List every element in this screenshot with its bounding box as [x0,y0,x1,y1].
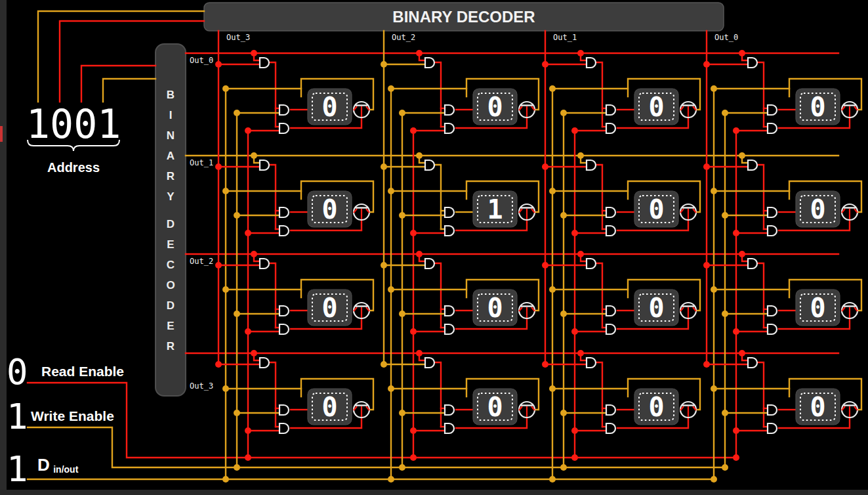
memory-cell-r0c3[interactable]: 0 [796,89,840,125]
memory-cell-r1c0[interactable]: 0 [308,191,352,227]
pass-transistor[interactable] [354,402,369,418]
and-gate-write[interactable] [606,405,615,415]
cell-select-leg [270,62,276,127]
and-gate-cell-select[interactable] [587,358,596,368]
and-gate-cell-select[interactable] [260,358,269,368]
memory-cell-r0c1[interactable]: 0 [473,89,517,125]
pass-transistor[interactable] [842,402,858,418]
memory-cell-r3c1[interactable]: 0 [473,389,517,425]
memory-cell-r3c2[interactable]: 0 [634,389,678,425]
and-gate-write[interactable] [445,207,454,217]
and-gate-write[interactable] [768,405,777,415]
left-binary-decoder-letter: R [167,170,175,183]
and-gate-cell-select[interactable] [425,160,434,170]
memory-cell-r3c0[interactable]: 0 [308,389,352,425]
wire-junction [549,476,556,483]
wire-junction [542,262,548,269]
and-gate-cell-select[interactable] [260,58,269,68]
pass-transistor[interactable] [519,204,535,220]
and-gate-read[interactable] [445,226,454,236]
and-gate-read[interactable] [768,226,777,236]
and-gate-write[interactable] [279,306,289,316]
memory-cell-r1c1[interactable]: 1 [473,191,517,227]
and-gate-read[interactable] [279,324,289,334]
memory-cell-r0c2[interactable]: 0 [634,89,678,125]
pass-transistor[interactable] [842,102,858,118]
pass-transistor[interactable] [680,303,696,318]
and-gate-read[interactable] [445,423,454,433]
and-gate-write[interactable] [445,306,454,316]
memory-cell-r2c2[interactable]: 0 [634,290,678,326]
and-gate-write[interactable] [279,207,289,217]
and-gate-write[interactable] [768,207,777,217]
and-gate-read[interactable] [279,226,289,236]
wire-junction [381,361,387,368]
and-gate-cell-select[interactable] [587,58,596,68]
pass-transistor[interactable] [519,303,535,318]
pass-transistor[interactable] [519,402,535,418]
memory-cell-r3c3[interactable]: 0 [796,389,840,425]
wire-junction [722,410,728,416]
and-gate-read[interactable] [768,423,777,433]
memory-cell-r0c0[interactable]: 0 [308,89,352,125]
and-gate-write[interactable] [445,105,454,115]
and-gate-read[interactable] [606,324,615,334]
and-gate-read[interactable] [768,324,777,334]
and-gate-cell-select[interactable] [260,160,269,170]
and-gate-read[interactable] [606,423,615,433]
and-gate-write[interactable] [606,105,615,115]
wire-junction [222,188,229,194]
pass-transistor[interactable] [354,102,369,118]
pass-transistor[interactable] [354,303,369,318]
and-gate-read[interactable] [279,123,289,133]
and-gate-read[interactable] [279,423,289,433]
and-gate-cell-select[interactable] [260,259,269,269]
and-gate-write[interactable] [445,405,454,415]
read-enable-bus [28,383,736,458]
and-gate-write[interactable] [279,405,289,415]
memory-cell-r1c3[interactable]: 0 [796,191,840,227]
wire-junction [571,427,578,434]
and-gate-read[interactable] [768,123,777,133]
and-gate-cell-select[interactable] [748,358,757,368]
canvas-left-edge [0,0,7,495]
pass-transistor[interactable] [842,303,858,318]
write-enable-input-value[interactable]: 1 [7,396,28,437]
and-gate-cell-select[interactable] [748,259,757,269]
memory-cell-r2c3[interactable]: 0 [796,290,840,326]
pass-transistor[interactable] [354,204,369,220]
left-binary-decoder-letter: R [167,340,175,353]
and-gate-cell-select[interactable] [587,259,596,269]
memory-cell-r2c0[interactable]: 0 [308,290,352,326]
cell-select-leg [270,362,276,427]
and-gate-write[interactable] [606,207,615,217]
memory-cell-r2c1[interactable]: 0 [473,290,517,326]
wire-junction [549,385,556,392]
and-gate-cell-select[interactable] [425,58,434,68]
and-gate-cell-select[interactable] [748,160,757,170]
pass-transistor[interactable] [680,402,696,418]
wire-junction [245,127,251,134]
and-gate-cell-select[interactable] [587,160,596,170]
and-gate-read[interactable] [445,324,454,334]
read-enable-input-value[interactable]: 0 [7,351,28,393]
and-gate-write[interactable] [768,306,777,316]
data-inout-input-value[interactable]: 1 [7,448,28,490]
pass-transistor[interactable] [680,102,696,118]
wire-junction [711,85,717,92]
and-gate-write[interactable] [768,105,777,115]
pass-transistor[interactable] [680,204,696,220]
pass-transistor[interactable] [519,102,535,118]
memory-cell-r1c2[interactable]: 0 [634,191,678,227]
left-decoder-output-label: Out_2 [190,257,213,266]
pass-transistor[interactable] [842,204,858,220]
and-gate-write[interactable] [279,105,289,115]
address-input-value[interactable]: 1001 [26,101,121,147]
and-gate-read[interactable] [606,226,615,236]
and-gate-cell-select[interactable] [748,58,757,68]
and-gate-cell-select[interactable] [425,259,434,269]
and-gate-read[interactable] [606,123,615,133]
and-gate-read[interactable] [445,123,454,133]
and-gate-write[interactable] [606,306,615,316]
and-gate-cell-select[interactable] [425,358,434,368]
